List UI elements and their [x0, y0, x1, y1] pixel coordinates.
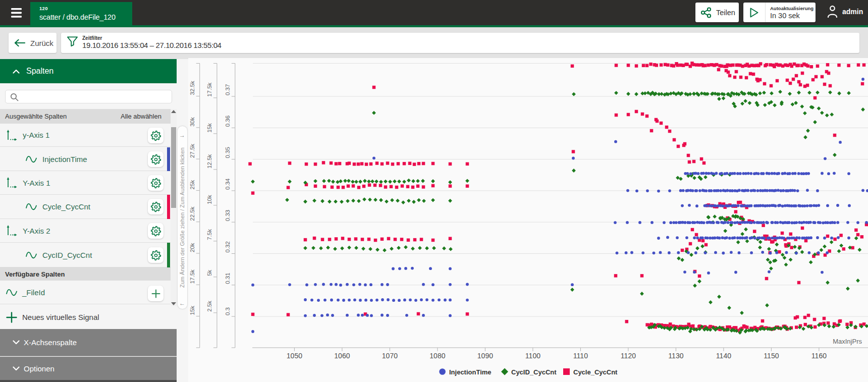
svg-text:17.5k: 17.5k: [206, 82, 212, 96]
svg-text:10k: 10k: [206, 195, 212, 204]
svg-text:1070: 1070: [382, 352, 398, 360]
svg-text:0.3: 0.3: [225, 307, 231, 315]
svg-text:MaxInjPrs: MaxInjPrs: [833, 338, 862, 345]
svg-text:0.37: 0.37: [225, 84, 231, 95]
svg-text:7.5k: 7.5k: [206, 229, 212, 240]
svg-text:1050: 1050: [287, 352, 302, 360]
svg-text:1080: 1080: [429, 352, 445, 360]
svg-text:12.5k: 12.5k: [206, 154, 212, 168]
svg-text:0.32: 0.32: [225, 241, 231, 252]
svg-text:1060: 1060: [334, 352, 350, 360]
svg-text:32.5k: 32.5k: [189, 81, 195, 95]
svg-text:1160: 1160: [811, 352, 827, 360]
svg-text:27.5k: 27.5k: [189, 144, 195, 158]
svg-text:5k: 5k: [206, 269, 212, 276]
svg-text:2.5k: 2.5k: [206, 301, 212, 312]
svg-text:20k: 20k: [189, 243, 195, 252]
svg-text:0.36: 0.36: [225, 116, 231, 127]
svg-text:25k: 25k: [189, 180, 195, 190]
svg-text:15k: 15k: [189, 306, 195, 315]
svg-text:0.34: 0.34: [225, 178, 231, 190]
svg-text:InjectionTime: InjectionTime: [449, 368, 492, 376]
svg-text:1140: 1140: [716, 352, 731, 360]
svg-text:1100: 1100: [525, 352, 540, 360]
svg-text:1110: 1110: [573, 352, 588, 360]
svg-text:22.5k: 22.5k: [189, 206, 195, 221]
svg-text:1150: 1150: [764, 352, 779, 360]
svg-text:0.35: 0.35: [225, 147, 231, 158]
svg-text:CycID_CycCnt: CycID_CycCnt: [511, 368, 557, 376]
svg-text:1130: 1130: [668, 352, 683, 360]
svg-text:0.31: 0.31: [225, 272, 231, 284]
svg-text:1090: 1090: [477, 352, 493, 360]
svg-text:17.5k: 17.5k: [189, 269, 195, 284]
svg-text:1120: 1120: [621, 352, 636, 360]
svg-text:30k: 30k: [189, 117, 195, 127]
svg-text:15k: 15k: [206, 123, 212, 133]
svg-text:0.33: 0.33: [225, 210, 231, 221]
svg-text:Cycle_CycCnt: Cycle_CycCnt: [573, 368, 618, 376]
